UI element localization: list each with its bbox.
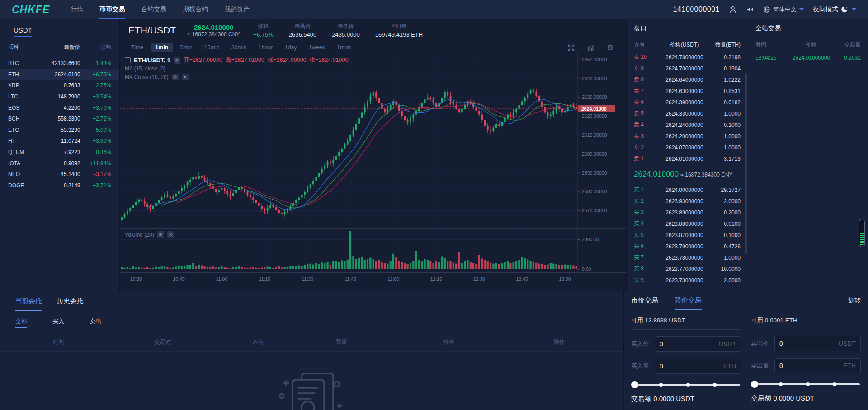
col-symbol: 币种 [8, 43, 34, 51]
order-book-scrollbar[interactable] [745, 73, 747, 254]
bid-row[interactable]: 买 5 2623.87000000 0.1000 [627, 229, 748, 241]
market-row[interactable]: EOS 4.2200 +3.70% [0, 102, 119, 113]
orders-tab[interactable]: 当前委托 [15, 297, 42, 311]
timeframe-button[interactable]: 1week [304, 43, 330, 52]
ask-row[interactable]: 卖 9 2624.70000000 0.1904 [627, 63, 748, 74]
market-row[interactable]: BCH 558.3300 +2.72% [0, 113, 119, 125]
language-selector[interactable]: 简体中文 [763, 5, 804, 14]
moon-icon [841, 5, 849, 14]
timeframe-button[interactable]: 30min [227, 43, 251, 52]
indicator-icon[interactable] [587, 43, 595, 52]
orders-panel: 当前委托 历史委托 全部 买入 卖出 时间 交易对 方向 数量 价格 操作 [0, 291, 623, 410]
bid-row[interactable]: 买 4 2623.88000000 0.0100 [627, 218, 748, 229]
legend-gear-icon[interactable]: ⚙ [157, 231, 164, 238]
ask-row[interactable]: 卖 8 2624.64000000 1.0222 [627, 74, 748, 85]
tab-usdt[interactable]: USDT [14, 26, 32, 37]
nav-item[interactable]: 币币交易 [99, 0, 125, 19]
brand-logo[interactable]: CHKFE [12, 4, 50, 16]
svg-text:0.00: 0.00 [582, 266, 591, 272]
orders-filter[interactable]: 卖出 [90, 317, 101, 328]
candlestick-chart[interactable]: 2650.000002640.000002630.000002620.00000… [120, 53, 626, 290]
market-list-header: 币种 最新价 涨幅 [0, 37, 119, 56]
timeframe-button[interactable]: Time [127, 43, 148, 52]
timeframe-bar: Time 1min 5min 15min 30min 1hour 1day 1w… [120, 42, 626, 53]
market-row[interactable]: QTUM 7.9223 +0.36% [0, 147, 119, 158]
timeframe-button[interactable]: 1day [280, 43, 302, 52]
sell-amount-slider[interactable] [752, 381, 860, 388]
timeframe-button[interactable]: 5min [176, 43, 197, 52]
depth-ratio-scrollbar[interactable] [859, 219, 865, 247]
sell-total: 交易额 0.0000 USDT [751, 394, 861, 403]
collapse-icon[interactable]: – [125, 57, 131, 63]
fullscreen-icon[interactable] [567, 43, 575, 52]
nav-item[interactable]: 我的资产 [224, 0, 250, 19]
market-row[interactable]: HT 11.0724 +3.60% [0, 135, 119, 147]
legend-close-icon[interactable]: ✕ [182, 74, 189, 80]
bid-row[interactable]: 买 2 2623.93000000 2.0000 [627, 196, 748, 207]
market-row[interactable]: XRP 0.7683 +2.75% [0, 80, 119, 91]
chart-canvas[interactable]: 2650.000002640.000002630.000002620.00000… [120, 53, 626, 291]
ask-row[interactable]: 卖 10 2624.78000000 0.2198 [627, 51, 748, 63]
market-row[interactable]: ETH 2624.0100 +6.75% [0, 69, 119, 80]
chart-settings-gear-icon[interactable]: ⚙ [607, 43, 613, 52]
trade-tab[interactable]: 市价交易 [631, 291, 658, 310]
ask-row[interactable]: 卖 5 2624.33000000 1.0000 [627, 108, 748, 119]
sell-price-input[interactable]: 0 USDT [774, 336, 861, 351]
buy-amount-input[interactable]: 0 ETH [655, 359, 741, 374]
market-row[interactable]: DOGE 0.2149 +3.71% [0, 180, 119, 191]
svg-text:12:30: 12:30 [473, 276, 485, 282]
timeframe-button[interactable]: 1hour [254, 43, 278, 52]
svg-text:2590.00000: 2590.00000 [582, 170, 607, 176]
bid-row[interactable]: 买 1 2624.00000000 29.3727 [627, 184, 748, 196]
stat-low: 最低价 2435.0000 [332, 23, 359, 38]
slider-handle[interactable] [631, 381, 638, 388]
timeframe-button[interactable]: 15min [200, 43, 224, 52]
nav-item[interactable]: 合约交易 [141, 0, 166, 19]
legend-gear-icon[interactable]: ⚙ [172, 74, 179, 80]
market-row[interactable]: BTC 42133.6600 +1.43% [0, 58, 119, 69]
orders-filter[interactable]: 全部 [15, 317, 27, 328]
market-row[interactable]: ETC 53.3290 +5.00% [0, 125, 119, 136]
bid-row[interactable]: 买 7 2623.78000000 1.0000 [627, 252, 748, 263]
ask-row[interactable]: 卖 7 2624.63000000 0.8531 [627, 85, 748, 97]
market-row[interactable]: NEO 45.1400 -3.17% [0, 169, 119, 180]
pair-last-price: 2624.010000 [188, 23, 240, 31]
buy-price-input[interactable]: 0 USDT [655, 336, 741, 352]
ask-row[interactable]: 卖 6 2624.39000000 0.0182 [627, 97, 748, 108]
language-label: 简体中文 [773, 5, 797, 14]
legend-close-icon[interactable]: ✕ [167, 231, 174, 238]
ask-row[interactable]: 卖 4 2624.24000000 0.1000 [627, 119, 748, 130]
main-nav: 行情 币币交易 合约交易 期权合约 我的资产 [71, 0, 250, 19]
slider-handle[interactable] [751, 381, 758, 388]
bid-row[interactable]: 买 3 2623.89000000 0.2000 [627, 207, 748, 218]
timeframe-button[interactable]: 1min [151, 43, 173, 52]
theme-selector[interactable]: 夜间模式 [813, 5, 856, 14]
chart-legend-ma: MA (15, close, 0) [125, 65, 165, 72]
svg-text:12:45: 12:45 [516, 276, 528, 282]
ask-row[interactable]: 卖 3 2624.20000000 1.0000 [627, 130, 748, 142]
trade-tab[interactable]: 限价交易 [675, 291, 702, 310]
buy-amount-slider[interactable] [632, 381, 740, 388]
svg-text:2600.00000: 2600.00000 [582, 151, 607, 157]
orders-tab[interactable]: 历史委托 [57, 297, 83, 311]
speaker-icon[interactable] [746, 5, 754, 14]
market-row[interactable]: IOTA 0.9092 +11.94% [0, 158, 119, 169]
legend-gear-icon[interactable]: ⚙ [174, 57, 180, 64]
orders-filter[interactable]: 买入 [52, 317, 64, 328]
bid-row[interactable]: 买 9 2623.73000000 2.0000 [627, 275, 748, 286]
bid-row[interactable]: 买 6 2623.79000000 0.4726 [627, 241, 748, 252]
bid-row[interactable]: 买 8 2623.77000000 10.0000 [627, 263, 748, 275]
ask-row[interactable]: 卖 1 2624.01000000 3.1713 [627, 153, 748, 164]
trade-row[interactable]: 13:04:25 2624.01000000 0.2031 [748, 51, 868, 64]
nav-item[interactable]: 行情 [71, 0, 83, 19]
svg-text:13:00: 13:00 [559, 276, 571, 282]
nav-item[interactable]: 期权合约 [183, 0, 208, 19]
user-icon[interactable] [729, 5, 737, 14]
ask-row[interactable]: 卖 2 2624.07000000 1.0000 [627, 142, 748, 153]
timeframe-button[interactable]: 1mon [332, 43, 355, 52]
sell-amount-input[interactable]: 0 ETH [774, 358, 861, 373]
transfer-link[interactable]: 划转 [848, 297, 861, 305]
chart-column: ETH/USDT 2624.010000 ≈ 16872.384300 CNY … [120, 19, 626, 291]
market-row[interactable]: LTC 148.7900 +3.54% [0, 91, 119, 102]
globe-icon [763, 6, 770, 13]
